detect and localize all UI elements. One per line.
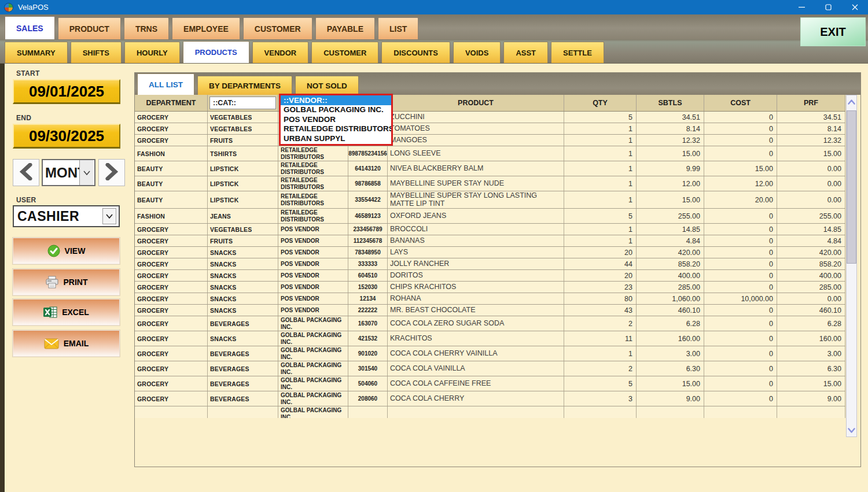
table-row[interactable]: GROCERYBEVERAGESGOLBAL PACKAGING INC.208… [135,391,845,406]
header-department[interactable]: DEPARTMENT [135,95,208,111]
print-button-label: PRINT [64,278,88,287]
check-icon [47,245,60,257]
cell-qty: 44 [564,258,637,269]
vendor-option[interactable]: POS VENDOR [281,114,391,124]
header-product[interactable]: PRODUCT [388,95,564,111]
table-row[interactable]: GROCERYSNACKSGOLBAL PACKAGING INC.421532… [135,331,845,346]
table-row[interactable]: GROCERYSNACKSPOS VENDOR333333JOLLY RANCH… [135,258,845,270]
main-tab-employee[interactable]: EMPLOYEE [172,17,240,39]
table-row[interactable]: GROCERYSNACKSPOS VENDOR152030CHIPS KRACH… [135,282,845,293]
envelope-icon [44,338,59,349]
main-tab-trns[interactable]: TRNS [124,17,169,39]
table-row-partial[interactable]: GOLBAL PACKAGING INC. [135,406,845,418]
scroll-down-icon[interactable] [847,425,856,435]
table-row[interactable]: GROCERYFRUITSPOS VENDOR112345678BANANAS1… [135,235,845,247]
sub-tab-voids[interactable]: VOIDS [453,42,501,63]
cell-prf: 12.32 [777,135,845,146]
cell-sbtls: 12.32 [637,135,704,146]
main-tab-list[interactable]: LIST [378,17,418,39]
table-row[interactable]: BEAUTYLIPSTICKRETAILEDGE DISTRIBUTORS987… [135,176,845,191]
header-cost[interactable]: COST [704,95,777,111]
sub-tab-vendor[interactable]: VENDOR [252,42,309,63]
excel-button[interactable]: EXCEL [13,299,120,325]
table-row[interactable]: FASHIONJEANSRETAILEDGE DISTRIBUTORS46589… [135,209,845,224]
main-tab-customer[interactable]: CUSTOMER [243,17,312,39]
sub-tab-discounts[interactable]: DISCOUNTS [381,42,450,63]
cell-cost: 0 [704,135,777,146]
cell-sbtls: 14.85 [637,224,704,235]
cell-category: SNACKS [208,331,278,346]
start-date-button[interactable]: 09/01/2025 [13,79,120,104]
sub-tab-settle[interactable]: SETTLE [551,42,604,63]
cell-category: FRUITS [208,235,278,246]
cell-product: COCA COLA CAFFEINE FREE [388,376,564,391]
minimize-icon[interactable] [788,0,815,14]
main-tab-product[interactable]: PRODUCT [58,17,121,39]
header-qty[interactable]: QTY [564,95,637,111]
exit-button[interactable]: EXIT [800,17,866,46]
vertical-scrollbar[interactable] [846,95,857,437]
cell-department: GROCERY [135,376,208,391]
next-period-button[interactable] [98,159,125,186]
table-row[interactable]: BEAUTYLIPSTICKRETAILEDGE DISTRIBUTORS641… [135,161,845,176]
sub-tab-hourly[interactable]: HOURLY [124,42,180,63]
table-row[interactable]: GROCERYVEGETABLESTOMATOES18.1408.14 [135,123,845,135]
view-tab-by-departments[interactable]: BY DEPARTMENTS [197,76,292,95]
cell-prf: 858.20 [777,258,845,269]
view-button[interactable]: VIEW [13,238,120,264]
scroll-up-icon[interactable] [847,97,856,107]
sub-tab-customer[interactable]: CUSTOMER [311,42,378,63]
scrollbar-thumb[interactable] [847,110,856,264]
table-row[interactable]: GROCERYSNACKSPOS VENDOR222222MR. BEAST C… [135,305,845,316]
period-combo[interactable]: MONTH [42,159,95,186]
table-row[interactable]: GROCERYSNACKSPOS VENDOR604510DORITOS2040… [135,270,845,282]
user-select[interactable]: CASHIER [13,205,120,227]
table-row[interactable]: FASHIONTSHIRTSRETAILEDGE DISTRIBUTORS898… [135,146,845,161]
close-icon[interactable] [841,0,868,14]
sub-tab-products[interactable]: PRODUCTS [183,41,249,63]
vendor-option[interactable]: GOLBAL PACKAGING INC. [281,105,391,115]
maximize-icon[interactable] [815,0,841,14]
view-tab-not-sold[interactable]: NOT SOLD [295,76,359,95]
table-row[interactable]: GROCERYSNACKSPOS VENDOR12134ROHANA801,06… [135,293,845,305]
end-date-button[interactable]: 09/30/2025 [13,124,120,149]
vendor-option[interactable]: URBAN SUPPYL [281,134,391,143]
table-row[interactable]: GROCERYBEVERAGESGOLBAL PACKAGING INC.504… [135,376,845,391]
cell-barcode: 333333 [348,258,388,269]
cell-sbtls: 8.14 [637,123,704,134]
chevron-down-icon[interactable] [79,160,93,185]
table-row[interactable]: GROCERYBEVERAGESGOLBAL PACKAGING INC.301… [135,361,845,376]
table-row[interactable]: GROCERYBEVERAGESGOLBAL PACKAGING INC.901… [135,346,845,361]
main-tab-strip: SALESPRODUCTTRNSEMPLOYEECUSTOMERPAYABLEL… [0,14,868,39]
sub-tab-shifts[interactable]: SHIFTS [71,42,122,63]
print-button[interactable]: PRINT [13,269,120,295]
cell-product: MAYBELLINE SUPER STAY NUDE [388,176,564,191]
table-row[interactable]: GROCERYFRUITSMANGOES112.32012.32 [135,135,845,146]
table-row[interactable]: GROCERYVEGETABLESPOS VENDOR233456789BROC… [135,224,845,235]
main-tab-sales[interactable]: SALES [5,16,55,39]
cell-product: MR. BEAST CHOCOLATE [388,305,564,316]
cell-category: JEANS [208,209,278,223]
header-sbtls[interactable]: SBTLS [637,95,704,111]
view-tab-all-list[interactable]: ALL LIST [137,73,194,95]
cell-prf: 460.10 [777,305,845,316]
table-row[interactable]: BEAUTYLIPSTICKRETAILEDGE DISTRIBUTORS335… [135,191,845,209]
cell-category: FRUITS [208,135,278,146]
cell-barcode [348,406,388,418]
cell-prf: 6.30 [777,361,845,376]
table-row[interactable]: GROCERYVEGETABLESZUCCHINI534.51034.51 [135,112,845,123]
category-filter-combo[interactable]: ::CAT:: [209,97,276,109]
sub-tab-summary[interactable]: SUMMARY [5,42,68,63]
vendor-option[interactable]: RETAILEDGE DISTRIBUTORS [281,124,391,134]
prev-period-button[interactable] [13,159,39,186]
cell-department: BEAUTY [135,161,208,176]
chevron-down-icon[interactable] [102,208,116,224]
table-row[interactable]: GROCERYSNACKSPOS VENDOR78348950LAYS20420… [135,247,845,258]
sub-tab-asst[interactable]: ASST [503,42,548,63]
cell-barcode: 98786858 [348,176,388,191]
vendor-option[interactable]: ::VENDOR:: [281,95,391,105]
main-tab-payable[interactable]: PAYABLE [315,17,375,39]
email-button[interactable]: EMAIL [13,330,120,357]
header-prf[interactable]: PRF [777,95,845,111]
table-row[interactable]: GROCERYBEVERAGESGOLBAL PACKAGING INC.163… [135,316,845,331]
